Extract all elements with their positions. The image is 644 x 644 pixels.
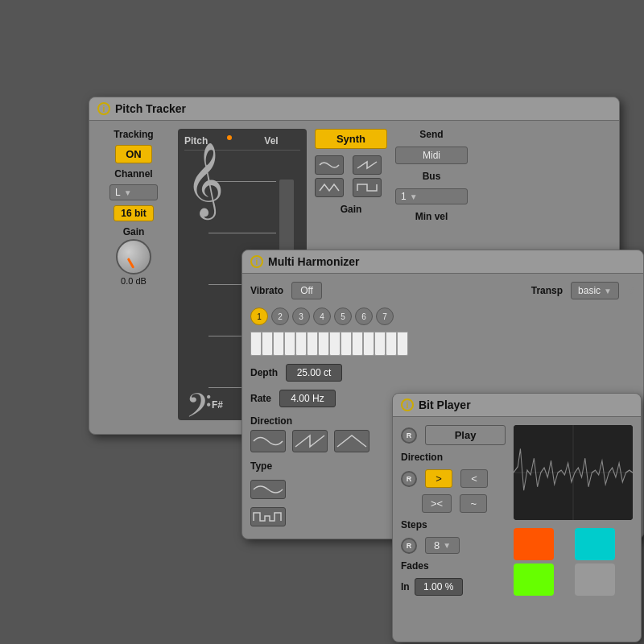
piano-key-e2[interactable] (352, 332, 363, 356)
send-label: Send (395, 129, 468, 140)
bit-player-info-icon[interactable]: i (401, 398, 414, 411)
fades-label: Fades (401, 560, 506, 572)
depth-label: Depth (250, 367, 278, 378)
square-wave-icon (356, 181, 378, 194)
direction-label: Direction (250, 415, 292, 427)
gain-value: 0.0 dB (121, 276, 147, 286)
piano-key-g[interactable] (295, 332, 307, 356)
channel-label: Channel (114, 168, 152, 180)
transp-value: basic (578, 285, 601, 296)
bus-dropdown[interactable]: 1 ▼ (395, 188, 468, 204)
step-3-circle[interactable]: 3 (292, 308, 310, 325)
direction-sine-button[interactable] (250, 430, 286, 452)
step-4-circle[interactable]: 4 (313, 308, 331, 325)
vibrato-row: Vibrato Off Transp basic ▼ M (250, 282, 635, 299)
direction-sine-icon (252, 431, 284, 452)
gain-knob[interactable] (116, 239, 151, 275)
bus-chevron-icon: ▼ (410, 192, 418, 201)
play-button[interactable]: Play (425, 425, 506, 445)
multi-harmonizer-info-icon[interactable]: i (250, 255, 263, 268)
bit-display: 16 bit (114, 205, 153, 221)
bounce-button[interactable]: >< (422, 494, 452, 513)
piano-key-c[interactable] (250, 332, 262, 356)
bit-player-panel: i Bit Player R Play Direction R > < >< ~ (392, 393, 642, 642)
midi-button[interactable]: Midi (395, 147, 468, 164)
bit-player-title-bar: i Bit Player (393, 394, 641, 417)
depth-value[interactable]: 25.00 ct (286, 364, 342, 382)
sawtooth-wave-button[interactable] (353, 155, 382, 175)
step-7-circle[interactable]: 7 (376, 308, 394, 325)
piano-key-g2[interactable] (374, 332, 386, 356)
triangle-wave-icon (318, 181, 341, 194)
piano-key-d[interactable] (262, 332, 273, 356)
gain-label: Gain (123, 226, 145, 237)
piano-key-c2[interactable] (329, 332, 341, 356)
transp-more-label: M (627, 285, 635, 296)
tracking-label: Tracking (114, 129, 153, 140)
synth-gain-section: Gain (315, 204, 387, 215)
pad-teal[interactable] (575, 528, 615, 560)
piano-key-d2[interactable] (341, 332, 352, 356)
pitch-tracker-title-bar: i Pitch Tracker (89, 97, 619, 121)
direction-buttons-row: R > < (401, 469, 506, 488)
type-label: Type (250, 460, 272, 472)
fades-value[interactable]: 1.00 % (415, 578, 463, 596)
step-2-circle[interactable]: 2 (271, 308, 289, 325)
piano-keys (250, 332, 635, 356)
piano-key-f[interactable] (284, 332, 295, 356)
bounce-random-row: >< ~ (401, 494, 506, 513)
random-button[interactable]: ~ (460, 494, 487, 513)
step-1-circle[interactable]: 1 (250, 308, 268, 325)
piano-key-e[interactable] (273, 332, 284, 356)
play-r-button[interactable]: R (401, 427, 417, 444)
type-pulse-button[interactable] (250, 507, 286, 526)
rate-value[interactable]: 4.00 Hz (279, 390, 336, 407)
vel-header-label: Vel (264, 135, 278, 147)
bit-player-title: Bit Player (419, 398, 471, 411)
steps-stepper-icon[interactable]: ▼ (443, 541, 451, 550)
step-6-circle[interactable]: 6 (355, 308, 373, 325)
channel-dropdown[interactable]: L ▼ (109, 184, 158, 200)
pad-gray[interactable] (575, 564, 615, 596)
steps-value-display: 8 ▼ (425, 537, 460, 554)
type-pulse-icon (252, 508, 284, 526)
steps-number: 8 (434, 539, 440, 551)
direction-triangle-button[interactable] (334, 430, 369, 452)
waveform-svg (514, 425, 633, 520)
direction-section-label: Direction (401, 452, 506, 463)
steps-r-button[interactable]: R (401, 538, 417, 554)
back-button[interactable]: < (460, 469, 488, 488)
bit-player-right (514, 425, 633, 596)
play-row: R Play (401, 425, 506, 445)
fades-in-label: In (401, 581, 410, 592)
pad-green[interactable] (514, 564, 554, 596)
piano-key-b2[interactable] (397, 332, 408, 356)
direction-r-button[interactable]: R (401, 471, 417, 487)
bus-label: Bus (395, 171, 468, 182)
treble-clef-icon: 𝄞 (186, 147, 224, 212)
steps-row: R 8 ▼ (401, 537, 506, 554)
piano-key-f2[interactable] (363, 332, 374, 356)
transp-dropdown[interactable]: basic ▼ (571, 282, 619, 299)
fades-row: In 1.00 % (401, 578, 506, 596)
transp-chevron-icon: ▼ (604, 287, 612, 295)
square-wave-button[interactable] (353, 178, 382, 197)
bit-player-body: R Play Direction R > < >< ~ Steps R 8 (393, 417, 641, 604)
pitch-tracker-info-icon[interactable]: i (97, 102, 110, 115)
vibrato-off-button[interactable]: Off (291, 282, 322, 299)
step-5-circle[interactable]: 5 (334, 308, 352, 325)
piano-keys-inner (250, 332, 408, 356)
pad-orange[interactable] (514, 528, 554, 560)
piano-key-a2[interactable] (386, 332, 397, 356)
type-sine-button[interactable] (250, 480, 286, 499)
on-button[interactable]: ON (115, 145, 152, 163)
sine-wave-button[interactable] (315, 155, 344, 175)
direction-saw-button[interactable] (292, 430, 328, 452)
triangle-wave-button[interactable] (315, 178, 344, 197)
min-vel-label: Min vel (395, 211, 468, 222)
piano-key-a[interactable] (307, 332, 318, 356)
waveform-display (514, 425, 633, 520)
piano-key-b[interactable] (318, 332, 329, 356)
synth-button[interactable]: Synth (315, 129, 387, 149)
forward-button[interactable]: > (425, 469, 452, 488)
